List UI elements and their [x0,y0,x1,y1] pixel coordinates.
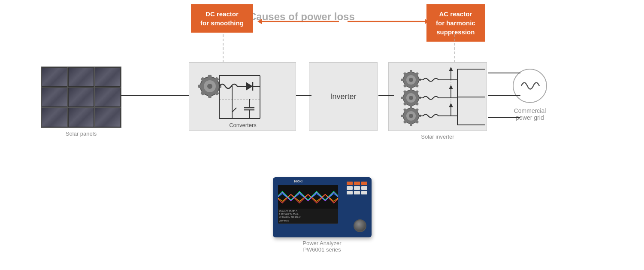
converter-circuit-svg: Converters [189,63,296,131]
svg-marker-18 [246,82,253,91]
solar-cell [68,67,94,87]
svg-rect-13 [208,94,212,98]
solar-cell [68,88,94,107]
solar-cell [95,88,121,107]
solar-inverter-wrapper: Solar inverter [388,62,487,140]
svg-line-26 [232,108,236,112]
solar-cell [42,88,67,107]
btn-gray-2[interactable] [354,186,360,190]
power-grid-group: Commercial power grid [513,69,547,121]
svg-marker-82 [449,103,453,107]
btn-gray-6[interactable] [361,191,367,194]
screen-data: 96.021 % 54.754 A 1.6115 kW 54.754 A 42.… [278,209,338,223]
svg-rect-47 [401,79,405,81]
svg-point-51 [409,96,413,100]
btn-orange-1[interactable] [347,182,353,185]
sine-wave-svg [519,75,541,97]
instrument-area: HIOKI 96.021 % 54.754 A 1.6115 kW 54. [273,177,372,253]
svg-rect-67 [410,122,412,126]
diagram-container: Causes of power loss DC reactor for smoo… [0,0,644,270]
arrows-svg [257,13,429,30]
instrument-label: Power Analyzer PW6001 series [302,240,341,253]
solar-panel-grid [41,67,121,128]
solar-panels-group: Solar panels [41,67,121,137]
solar-cell [95,108,121,127]
screen-graph [278,185,338,209]
svg-rect-15 [198,85,203,88]
svg-rect-52 [410,88,412,91]
instrument-brand: HIOKI [294,180,302,183]
svg-point-62 [409,114,413,118]
inverter-box: Inverter [309,62,378,131]
solar-inverter-circuit-svg [389,63,487,131]
svg-rect-63 [410,106,412,109]
ac-reactor-box: AC reactor for harmonic suppression [426,4,485,42]
power-grid-symbol [513,69,547,103]
inverter-wrapper: Inverter [309,62,378,131]
converters-box: Converters [189,62,296,131]
power-grid-label: Commercial power grid [514,107,546,121]
converters-wrapper: Converters [189,62,296,131]
solar-cell [42,67,67,87]
btn-gray-3[interactable] [361,186,367,190]
solar-inverter-label: Solar inverter [388,133,487,140]
btn-orange-3[interactable] [361,182,367,185]
instrument-screen: 96.021 % 54.754 A 1.6115 kW 54.754 A 42.… [278,185,338,224]
svg-rect-9 [208,75,212,79]
dc-reactor-box: DC reactor for smoothing [191,4,253,33]
instrument-buttons [347,182,367,194]
svg-rect-41 [410,70,412,73]
svg-point-8 [207,84,212,89]
solar-cell [68,108,94,127]
waveform-svg [278,185,338,209]
solar-inverter-box [388,62,487,131]
btn-gray-1[interactable] [347,186,353,190]
instrument-knob[interactable] [354,219,366,232]
inverter-label: Inverter [330,92,356,101]
svg-point-40 [409,78,413,82]
svg-rect-69 [401,115,405,117]
svg-text:Converters: Converters [229,122,257,128]
solar-cell [42,108,67,127]
svg-marker-3 [425,19,429,24]
svg-rect-58 [401,97,405,99]
btn-gray-4[interactable] [347,191,353,194]
svg-marker-1 [257,19,262,24]
solar-panels-label: Solar panels [41,130,121,137]
solar-cell [95,67,121,87]
btn-gray-5[interactable] [354,191,360,194]
power-analyzer-device: HIOKI 96.021 % 54.754 A 1.6115 kW 54. [273,177,372,237]
btn-orange-2[interactable] [354,182,360,185]
